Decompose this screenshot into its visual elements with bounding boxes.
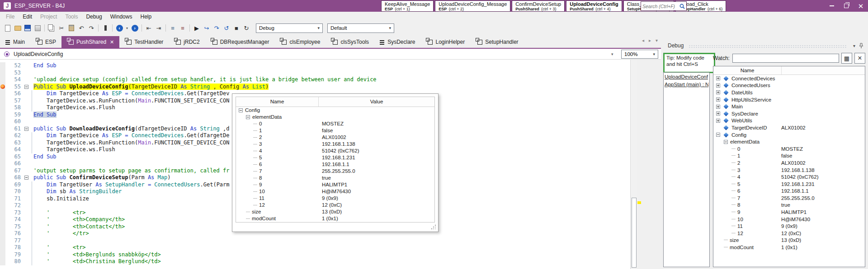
menu-project[interactable]: Project [36,14,61,20]
watch-tree-row[interactable]: 451042 (0xC762) [713,173,865,181]
quick-tab-confirmdevicesetup[interactable]: ConfirmDeviceSetupPushShared (ctrl + 3) [512,0,565,12]
search-input[interactable] [641,4,679,9]
watch-tree-row[interactable]: size13 (0xD) [713,237,865,244]
tab-scroll-right-icon[interactable]: ▸ [649,38,651,43]
run-mode-select[interactable]: Debug▾ [256,23,323,33]
tab-scroll-left-icon[interactable]: ◂ [642,38,644,43]
watch-tree-row[interactable]: elementData [713,138,865,145]
watch-tree-row[interactable]: Config [713,131,865,139]
watch-tree-row[interactable]: 10H@iM76430 [713,216,865,223]
watch-tree-row[interactable]: DateUtils [713,89,865,96]
tab-list-icon[interactable]: ▾ [656,38,658,43]
call-stack-link[interactable]: UploadDeviceConf [665,74,708,79]
watch-tree-row[interactable]: 7255.255.255.0 [713,195,865,202]
clear-watch-button[interactable]: × [854,53,865,64]
expander-minus-icon[interactable] [239,108,243,112]
method-selector-bar[interactable]: UploadDeviceConfig ▾ [0,49,661,60]
breakpoint-margin[interactable] [0,244,5,251]
breakpoint-margin[interactable] [0,139,5,147]
popup-tree-row[interactable]: 6192.168.1.1 [236,161,434,168]
build-config-select[interactable]: Default▾ [327,23,394,33]
tab-dbrequestmanager[interactable]: DBRequestManager [205,36,275,48]
cut-button[interactable]: ✂ [57,23,66,32]
watch-tree-row[interactable]: modCount1 (0x1) [713,244,865,251]
resize-grip-icon[interactable] [431,225,436,229]
tab-loginhelper[interactable]: LoginHelper [420,36,470,48]
quick-tab-uploaddeviceconfig_message[interactable]: UploadDeviceConfig_MessageESP (ctrl + 2) [435,0,510,12]
expander-plus-icon[interactable] [716,119,720,123]
stop-button[interactable]: ■ [232,23,241,32]
restart-button[interactable]: ↻ [242,23,251,32]
tab-esp[interactable]: ESP [30,36,61,48]
breakpoint-margin[interactable] [0,209,5,217]
redo-button[interactable]: ↷ [87,23,96,32]
tab-jrdc2[interactable]: jRDC2 [169,36,205,48]
tab-pushshared[interactable]: PushShared✕ [61,36,119,48]
minimize-button[interactable] [825,0,839,12]
breakpoint-margin[interactable] [0,237,5,245]
popup-tree-row[interactable]: elementData [236,114,434,121]
popup-tree-row[interactable]: 119 (0x9) [236,195,434,202]
popup-tree-row[interactable]: modCount1 (0x1) [236,215,434,222]
tab-clssystools[interactable]: clsSysTools [326,36,374,48]
menu-tools[interactable]: Tools [61,14,82,20]
breakpoint-margin[interactable] [0,174,5,181]
method-dropdown-caret[interactable]: ▾ [611,52,613,56]
watch-tree-row[interactable]: 1false [713,153,865,160]
popup-tree-row[interactable]: 2ALX01002 [236,134,434,141]
expander-plus-icon[interactable] [716,83,720,88]
expander-plus-icon[interactable] [716,111,720,116]
breakpoint-margin[interactable] [0,70,5,77]
call-stack-link[interactable]: AppStart (main) : N [665,82,708,87]
expander-minus-icon[interactable] [716,133,720,137]
breakpoint-margin[interactable] [0,62,5,70]
quick-tab-uploaddeviceconfig[interactable]: UploadDeviceConfigPushShared (ctrl + 4) [566,0,622,12]
breakpoint-margin[interactable] [0,118,5,125]
paste-button[interactable] [67,23,76,32]
watch-tree-row[interactable]: 2ALX01002 [713,159,865,167]
comment-button[interactable]: ≡ [168,23,177,32]
open-folder-button[interactable] [13,23,22,32]
watch-tree-row[interactable]: ConnectedDevices [713,75,865,82]
breakpoint-icon[interactable] [0,84,5,89]
menu-debug[interactable]: Debug [82,14,106,20]
step-into-button[interactable]: ↪ [202,23,211,32]
watch-tree-row[interactable]: 9HALIMTP1 [713,209,865,216]
breakpoint-margin[interactable] [0,132,5,139]
breakpoint-margin[interactable] [0,223,5,231]
menu-windows[interactable]: Windows [106,14,137,20]
evaluate-button[interactable]: ▦ [841,53,852,64]
close-icon[interactable]: ✕ [110,39,114,45]
indent-decrease-button[interactable]: ⇤ [144,23,153,32]
watch-tree-row[interactable]: 3192.168.1.138 [713,167,865,174]
breakpoint-margin[interactable] [0,216,5,223]
watch-tree-row[interactable]: 119 (0x9) [713,223,865,230]
popup-tree-row[interactable]: 7255.255.255.0 [236,168,434,175]
tab-clsemployee[interactable]: clsEmployee [274,36,326,48]
popup-tree-row[interactable]: 1212 (0xC) [236,202,434,209]
bookmark-button[interactable] [101,23,110,32]
run-button[interactable]: ▶ [192,23,201,32]
editor-vertical-scrollbar[interactable] [630,60,637,269]
debug-panel-header[interactable]: Debug ▾ [661,41,868,51]
close-button[interactable]: ✕ [854,0,868,12]
expander-plus-icon[interactable] [716,105,720,109]
breakpoint-margin[interactable] [0,76,5,83]
menu-edit[interactable]: Edit [19,14,36,20]
watch-tree-row[interactable]: 1212 (0xC) [713,230,865,237]
watch-tree-row[interactable]: 0MOSTEZ [713,145,865,153]
expander-minus-icon[interactable] [724,140,728,144]
expander-plus-icon[interactable] [716,76,720,80]
indent-increase-button[interactable]: ⇥ [154,23,163,32]
popup-tree-row[interactable]: size13 (0xD) [236,209,434,215]
search-box[interactable] [641,1,687,11]
popup-tree-row[interactable]: 3192.168.1.138 [236,141,434,148]
restore-button[interactable] [839,0,854,12]
watch-variables-tree[interactable]: Name ConnectedDevicesConnectedUsersDateU… [713,66,865,267]
popup-tree-row[interactable]: 5192.168.1.231 [236,154,434,161]
popup-tree-row[interactable]: 0MOSTEZ [236,121,434,127]
breakpoint-margin[interactable] [0,167,5,175]
expander-minus-icon[interactable] [246,115,250,119]
breakpoint-margin[interactable] [0,104,5,111]
editor-zoom-select[interactable]: 100% ▾ [621,50,658,59]
